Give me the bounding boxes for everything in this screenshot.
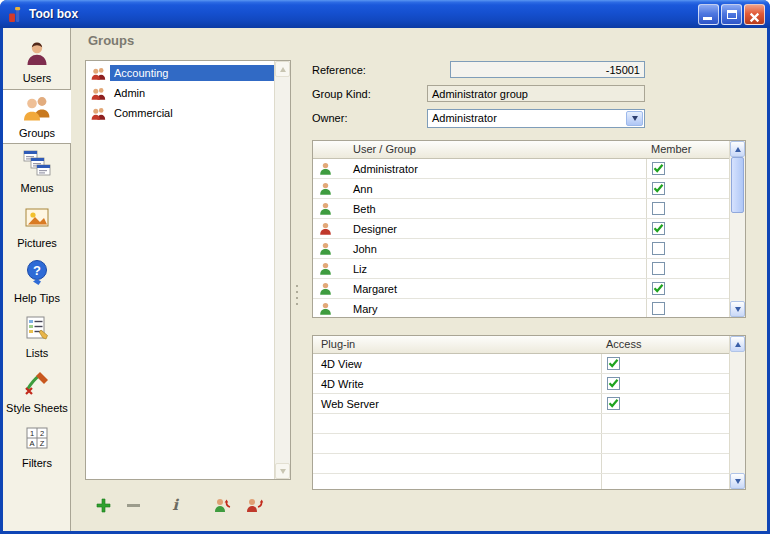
plugin-access-checkbox[interactable] [607, 397, 620, 410]
scroll-up-button[interactable] [730, 336, 745, 352]
member-row[interactable]: Mary [313, 299, 729, 317]
sidebar: Users Groups [3, 28, 71, 531]
sidebar-item-label: Groups [19, 127, 55, 139]
member-checkbox[interactable] [652, 202, 665, 215]
remove-group-button[interactable] [123, 496, 143, 514]
svg-text:Z: Z [40, 439, 45, 448]
sidebar-item-menus[interactable]: Menus [3, 144, 71, 199]
member-checkbox[interactable] [652, 182, 665, 195]
member-row[interactable]: Designer [313, 219, 729, 239]
group-kind-field[interactable]: Administrator group [427, 85, 645, 102]
minimize-icon [703, 17, 712, 20]
scroll-down-button[interactable] [730, 301, 745, 317]
sidebar-item-label: Help Tips [14, 292, 60, 304]
group-list-item[interactable]: Accounting [86, 63, 274, 83]
member-checkbox[interactable] [652, 282, 665, 295]
groups-list-scrollbar[interactable] [274, 61, 290, 479]
plugin-access-checkbox[interactable] [607, 377, 620, 390]
member-checkbox[interactable] [652, 162, 665, 175]
plugin-row[interactable]: Web Server [313, 394, 729, 414]
arrow-down-icon [735, 307, 741, 312]
chevron-down-icon [632, 116, 638, 121]
user-icon [319, 242, 332, 255]
member-row[interactable]: John [313, 239, 729, 259]
maximize-button[interactable] [721, 4, 742, 25]
arrow-up-icon [280, 67, 286, 72]
sidebar-item-label: Style Sheets [6, 402, 68, 414]
page-title: Groups [88, 33, 134, 48]
menus-icon [23, 150, 51, 180]
member-row[interactable]: Beth [313, 199, 729, 219]
sidebar-item-pictures[interactable]: Pictures [3, 199, 71, 254]
plugin-row[interactable]: 4D Write [313, 374, 729, 394]
plugin-name: Web Server [321, 398, 379, 410]
plugins-scrollbar[interactable] [729, 336, 745, 489]
column-header-member: Member [651, 143, 691, 155]
members-table-header: User / Group Member [313, 141, 729, 159]
sidebar-item-label: Lists [26, 347, 49, 359]
plugin-row[interactable]: 4D View [313, 354, 729, 374]
plugins-table-header: Plug-in Access [313, 336, 729, 354]
sidebar-item-filters[interactable]: 1 2 A Z Filters [3, 419, 71, 474]
splitter-handle[interactable] [294, 275, 300, 315]
plugin-access-checkbox[interactable] [607, 357, 620, 370]
member-checkbox[interactable] [652, 302, 665, 315]
export-users-button[interactable] [245, 496, 265, 514]
sidebar-item-users[interactable]: Users [3, 34, 71, 89]
member-row[interactable]: Administrator [313, 159, 729, 179]
groups-list-toolbar: i [93, 495, 265, 515]
remove-icon [126, 498, 141, 513]
info-button[interactable]: i [165, 496, 185, 514]
groups-list[interactable]: AccountingAdminCommercial [85, 60, 291, 480]
window-controls [698, 4, 765, 25]
group-icon [91, 87, 106, 100]
toolbox-window: Tool box Users [0, 0, 770, 534]
column-header-plugin: Plug-in [321, 338, 355, 350]
owner-label: Owner: [312, 112, 347, 124]
member-checkbox[interactable] [652, 262, 665, 275]
arrow-down-icon [280, 469, 286, 474]
member-row[interactable]: Ann [313, 179, 729, 199]
sidebar-item-style-sheets[interactable]: Style Sheets [3, 364, 71, 419]
import-users-button[interactable] [213, 496, 233, 514]
scroll-thumb[interactable] [731, 157, 744, 213]
member-checkbox[interactable] [652, 242, 665, 255]
member-checkbox[interactable] [652, 222, 665, 235]
svg-text:?: ? [33, 263, 41, 278]
minimize-button[interactable] [698, 4, 719, 25]
member-row[interactable]: Liz [313, 259, 729, 279]
combo-dropdown-button[interactable] [626, 111, 643, 126]
member-name: Mary [353, 303, 377, 315]
svg-text:2: 2 [40, 428, 44, 437]
members-table-body: AdministratorAnnBethDesignerJohnLizMarga… [313, 159, 729, 317]
info-icon: i [172, 496, 178, 514]
scroll-up-button[interactable] [730, 141, 745, 157]
close-button[interactable] [744, 4, 765, 25]
scroll-down-button[interactable] [275, 463, 290, 479]
add-group-button[interactable] [93, 496, 113, 514]
member-name: Beth [353, 203, 376, 215]
reference-field[interactable]: -15001 [450, 61, 645, 78]
scroll-up-button[interactable] [275, 61, 290, 77]
user-icon [319, 162, 332, 175]
window-content: Users Groups [3, 28, 767, 531]
owner-select[interactable]: Administrator [427, 109, 645, 128]
member-name: John [353, 243, 377, 255]
pictures-icon [24, 205, 50, 235]
group-list-item[interactable]: Admin [86, 83, 274, 103]
sidebar-item-help-tips[interactable]: ? Help Tips [3, 254, 71, 309]
titlebar[interactable]: Tool box [0, 0, 770, 28]
sidebar-item-groups[interactable]: Groups [3, 89, 71, 144]
members-scrollbar[interactable] [729, 141, 745, 317]
plugins-table-body: 4D View4D WriteWeb Server [313, 354, 729, 489]
owner-value: Administrator [432, 112, 497, 124]
scroll-down-button[interactable] [730, 473, 745, 489]
member-row[interactable]: Margaret [313, 279, 729, 299]
group-list-item[interactable]: Commercial [86, 103, 274, 123]
group-name: Admin [110, 85, 274, 101]
sidebar-item-lists[interactable]: Lists [3, 309, 71, 364]
groups-icon [22, 94, 52, 125]
user-icon [319, 182, 332, 195]
arrow-down-icon [735, 479, 741, 484]
plugin-name: 4D Write [321, 378, 364, 390]
